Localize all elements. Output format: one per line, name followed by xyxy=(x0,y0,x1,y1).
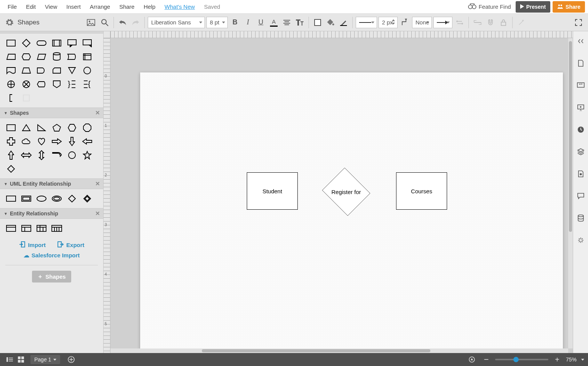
shape-arrow-lr[interactable] xyxy=(21,149,32,161)
shape-table-2col[interactable] xyxy=(21,223,32,234)
underline-button[interactable]: U xyxy=(255,17,267,28)
close-icon[interactable]: ✕ xyxy=(95,109,100,116)
shape-table-4col[interactable] xyxy=(51,223,62,234)
vertical-scrollbar[interactable] xyxy=(568,38,573,348)
master-pages-icon[interactable] xyxy=(575,166,587,181)
shape-er-relationship[interactable] xyxy=(66,193,78,204)
shape-triangle[interactable] xyxy=(21,122,32,133)
zoom-slider-thumb[interactable] xyxy=(513,357,519,362)
line-width-select[interactable]: 2 px xyxy=(379,17,398,28)
shape-triangle-down[interactable] xyxy=(66,65,78,76)
shape-diamond-basic[interactable] xyxy=(5,163,17,175)
magnet-button[interactable] xyxy=(485,17,496,28)
undo-button[interactable] xyxy=(117,17,128,28)
close-icon[interactable]: ✕ xyxy=(95,31,100,32)
font-family-select[interactable]: Liberation Sans xyxy=(148,17,205,28)
shape-er-weak-entity[interactable] xyxy=(21,193,32,204)
close-icon[interactable]: ✕ xyxy=(95,210,100,217)
comments-panel-icon[interactable]: ❝❞ xyxy=(575,78,587,93)
shape-pentagon[interactable] xyxy=(51,122,62,133)
shape-er-entity[interactable] xyxy=(5,193,17,204)
swap-ends-button[interactable] xyxy=(454,17,465,28)
menu-insert[interactable]: Insert xyxy=(62,3,85,10)
shape-er-weak-relationship[interactable] xyxy=(81,193,93,204)
data-panel-icon[interactable] xyxy=(575,210,587,226)
line-end-select[interactable] xyxy=(433,17,452,28)
fullscreen-button[interactable] xyxy=(573,17,584,28)
shape-circle2[interactable] xyxy=(66,149,78,161)
search-icon[interactable] xyxy=(99,17,110,28)
gear-icon[interactable] xyxy=(4,17,15,28)
scrollbar-thumb[interactable] xyxy=(202,349,430,352)
shape-sum[interactable] xyxy=(5,79,17,90)
shape-internal-storage[interactable] xyxy=(81,51,93,63)
zoom-out-button[interactable]: − xyxy=(481,354,492,365)
entity-courses[interactable]: Courses xyxy=(396,172,447,210)
section-flowchart-header[interactable]: Flowchart ✕ xyxy=(0,31,103,34)
vertical-ruler[interactable] xyxy=(104,38,110,353)
menu-file[interactable]: File xyxy=(3,3,21,10)
shape-arrow-left[interactable] xyxy=(81,136,93,147)
shape-blank[interactable] xyxy=(21,92,32,104)
line-start-select[interactable]: None xyxy=(412,17,432,28)
shape-double-rect[interactable] xyxy=(51,37,62,49)
lock-button[interactable] xyxy=(498,17,509,28)
close-icon[interactable]: ✕ xyxy=(95,180,100,187)
menu-arrange[interactable]: Arrange xyxy=(85,3,115,10)
bucket-fill-button[interactable] xyxy=(325,17,336,28)
menu-help[interactable]: Help xyxy=(139,3,160,10)
shape-er-attribute[interactable] xyxy=(36,193,47,204)
horizontal-scrollbar[interactable] xyxy=(110,348,568,353)
text-align-button[interactable] xyxy=(281,17,292,28)
shape-card[interactable] xyxy=(51,65,62,76)
shape-manual-input[interactable] xyxy=(21,65,32,76)
section-er-header[interactable]: ▼ Entity Relationship ✕ xyxy=(0,208,103,219)
shape-stored-data[interactable] xyxy=(66,51,78,63)
italic-button[interactable]: I xyxy=(242,17,254,28)
image-icon[interactable] xyxy=(85,17,97,28)
shape-star[interactable] xyxy=(81,149,93,161)
shape-callout2[interactable] xyxy=(81,37,93,49)
font-size-select[interactable]: 8 pt xyxy=(206,17,228,28)
document-panel-icon[interactable] xyxy=(575,56,587,71)
scrollbar-thumb[interactable] xyxy=(569,41,572,232)
shape-cylinder[interactable] xyxy=(51,51,62,63)
shape-or[interactable] xyxy=(21,79,32,90)
shape-parallelogram[interactable] xyxy=(36,51,47,63)
shape-heart[interactable] xyxy=(36,136,47,147)
shape-cloud[interactable] xyxy=(21,136,32,147)
horizontal-ruler[interactable] xyxy=(110,31,573,38)
shape-octagon[interactable] xyxy=(81,122,93,133)
shape-hexagon[interactable] xyxy=(21,51,32,63)
text-color-button[interactable]: A xyxy=(268,17,280,28)
shape-right-triangle[interactable] xyxy=(36,122,47,133)
zoom-slider[interactable] xyxy=(495,359,548,360)
shape-er-multivalued[interactable] xyxy=(51,193,62,204)
redo-button[interactable] xyxy=(130,17,141,28)
shape-table-1col[interactable] xyxy=(5,223,17,234)
menu-edit[interactable]: Edit xyxy=(21,3,40,10)
page[interactable]: Student Register for Courses xyxy=(140,72,563,353)
menu-view[interactable]: View xyxy=(40,3,62,10)
shape-circle[interactable] xyxy=(81,65,93,76)
shape-brace-right[interactable]: } xyxy=(66,79,78,90)
shape-delay[interactable] xyxy=(36,65,47,76)
shape-hexagon2[interactable] xyxy=(66,122,78,133)
shape-offpage[interactable] xyxy=(51,79,62,90)
collapse-dock-button[interactable] xyxy=(575,34,587,49)
bold-button[interactable]: B xyxy=(229,17,241,28)
shape-arrow-up[interactable] xyxy=(5,149,17,161)
feature-find-button[interactable]: Feature Find xyxy=(468,3,511,10)
shape-rounded-rect[interactable] xyxy=(36,37,47,49)
menu-share[interactable]: Share xyxy=(115,3,139,10)
history-panel-icon[interactable] xyxy=(575,122,587,137)
shape-arrow-right[interactable] xyxy=(51,136,62,147)
shape-arrow-ud[interactable] xyxy=(36,149,47,161)
salesforce-import-button[interactable]: ☁Salesforce Import xyxy=(0,252,103,263)
shape-rectangle[interactable] xyxy=(5,37,17,49)
text-size-button[interactable] xyxy=(294,17,305,28)
zoom-in-button[interactable]: + xyxy=(551,354,563,365)
share-button[interactable]: Share xyxy=(553,1,585,13)
shape-arrow-down[interactable] xyxy=(66,136,78,147)
outline-view-button[interactable] xyxy=(4,354,15,365)
